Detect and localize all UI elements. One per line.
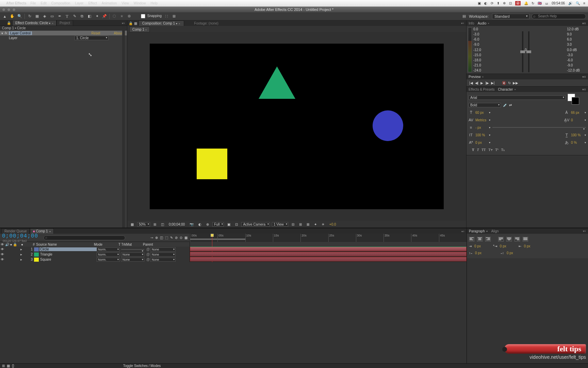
smallcaps-button[interactable]: Tᴛ <box>488 148 492 152</box>
label-color-swatch[interactable] <box>34 252 39 257</box>
panel-lock-icon[interactable]: 🔒 <box>129 21 133 25</box>
prev-frame-icon[interactable]: ◀| <box>475 81 479 85</box>
menu-help[interactable]: Help <box>150 1 158 5</box>
viewer-icon[interactable]: ✦ <box>313 223 318 226</box>
tracking-value[interactable]: 0 <box>571 118 583 122</box>
panel-menu-icon[interactable]: ▾≡ <box>461 22 464 25</box>
font-style-dropdown[interactable]: Bold <box>469 103 501 107</box>
composition-viewer[interactable] <box>131 34 463 219</box>
panel-menu-icon[interactable]: ▾≡ <box>122 22 125 25</box>
indent-left-value[interactable]: 0 px <box>474 244 481 248</box>
menubar-extra-icon[interactable]: ⊡ <box>509 1 512 5</box>
timeline-icon[interactable]: ⊸ <box>150 236 153 240</box>
menubar-extra-icon[interactable]: ✲ <box>503 1 506 5</box>
viewer-icon[interactable]: ◐ <box>197 223 203 226</box>
parent-dropdown[interactable]: None <box>150 258 176 262</box>
visibility-icon[interactable]: 👁 <box>0 252 5 256</box>
snapping-toggle[interactable]: Snapping <box>141 14 162 18</box>
space-before-value[interactable]: 0 px <box>475 251 481 255</box>
font-size-value[interactable]: 60 px <box>475 111 487 114</box>
allcaps-button[interactable]: TT <box>481 148 486 152</box>
panel-menu-icon[interactable]: ▾≡ <box>582 21 586 25</box>
subscript-button[interactable]: T₁ <box>501 148 505 152</box>
layer-bar[interactable] <box>190 257 467 261</box>
menu-composition[interactable]: Composition <box>51 1 70 5</box>
pen-tool-icon[interactable]: ✒ <box>57 14 62 19</box>
align-right-button[interactable] <box>485 237 491 242</box>
spotlight-icon[interactable]: 🔍 <box>576 1 580 5</box>
menu-edit[interactable]: Edit <box>41 1 47 5</box>
time-ruler[interactable]: :00s05s10s15s20s25s30s35s40s45s50s <box>190 234 467 242</box>
roto-tool-icon[interactable]: ✦ <box>94 14 100 19</box>
layer-bar[interactable] <box>190 247 467 251</box>
track-matte-dropdown[interactable] <box>121 249 144 250</box>
pan-behind-tool-icon[interactable]: ◈ <box>42 14 47 19</box>
parent-dropdown[interactable]: None <box>150 247 176 251</box>
exposure-value[interactable]: +0.0 <box>328 223 338 226</box>
align-center-button[interactable] <box>477 237 483 242</box>
zoom-dropdown[interactable]: 50% <box>137 222 150 227</box>
effect-controls-tab[interactable]: Effect Controls: Circle ▾× <box>12 20 56 26</box>
hand-tool-icon[interactable]: ✋ <box>10 14 15 19</box>
preview-tab[interactable]: Preview <box>469 75 481 79</box>
menubar-extra-icon[interactable]: ◐ <box>484 1 487 5</box>
layer-row[interactable]: 👁▸1CircleNorm.@None <box>0 247 190 252</box>
panel-lock-icon[interactable]: 🔒 <box>7 21 11 25</box>
space-after-value[interactable]: 0 px <box>507 251 513 255</box>
indent-right-value[interactable]: 0 px <box>524 244 530 248</box>
project-tab[interactable]: Project <box>56 20 73 26</box>
viewer-icon[interactable]: ⊞ <box>298 223 303 226</box>
stroke-option-dropdown[interactable] <box>492 127 586 128</box>
timeline-icon[interactable]: ✎ <box>170 236 173 240</box>
indent-first-value[interactable]: 0 px <box>500 244 506 248</box>
timecode-display[interactable]: 0;00;04;00 <box>167 223 186 226</box>
timeline-icon[interactable]: ⬚ <box>165 236 168 240</box>
traffic-lights[interactable] <box>2 8 16 11</box>
layer-control-dropdown[interactable]: 1. Circle <box>75 36 109 40</box>
vscale-value[interactable]: 100 % <box>475 133 487 137</box>
menubar-extra-icon[interactable]: ⬆ <box>497 1 500 5</box>
align-left-button[interactable] <box>469 237 474 242</box>
panel-menu-icon[interactable]: ▾≡ <box>582 75 586 79</box>
zoom-tool-icon[interactable]: 🔍 <box>17 14 22 19</box>
timeline-search-input[interactable] <box>44 235 125 240</box>
blend-mode-dropdown[interactable]: Norm. <box>97 252 120 257</box>
volume-icon[interactable]: 🔊 <box>568 1 572 5</box>
superscript-button[interactable]: T¹ <box>495 148 499 152</box>
audio-level-slider[interactable] <box>522 31 523 72</box>
menu-view[interactable]: View <box>121 1 129 5</box>
snapping-option-icon[interactable]: ⸬ <box>164 14 169 19</box>
label-color-swatch[interactable] <box>34 258 39 262</box>
type-tool-icon[interactable]: T <box>64 14 70 19</box>
layer-bar[interactable] <box>190 252 467 256</box>
label-color-swatch[interactable] <box>34 247 39 251</box>
effect-heading-row[interactable]: ▾ fx Layer Control Reset About... <box>0 31 127 35</box>
faux-italic-button[interactable]: T <box>477 148 479 152</box>
views-dropdown[interactable]: 1 View <box>272 222 288 227</box>
timeline-icon[interactable]: ⊙ <box>180 236 182 240</box>
search-help-input[interactable]: Search Help <box>532 14 586 19</box>
composition-canvas[interactable] <box>150 44 444 209</box>
parent-dropdown[interactable]: None <box>150 252 176 257</box>
timeline-icon[interactable]: ▦ <box>184 236 187 240</box>
loop-icon[interactable]: ↻ <box>508 81 511 85</box>
current-time-display[interactable]: 0;00;04;00 <box>2 233 38 239</box>
circle-shape[interactable] <box>373 110 403 141</box>
last-frame-icon[interactable]: ▶| <box>491 81 495 85</box>
panel-menu-icon[interactable]: ▾≡ <box>583 230 586 233</box>
menubar-extra-icon[interactable]: 🔔 <box>524 1 528 5</box>
parent-pickwhip-icon[interactable]: @ <box>146 247 150 251</box>
menubar-flag-icon[interactable]: 🇬🇧 <box>538 1 542 5</box>
audio-tab[interactable]: Audio <box>478 21 487 25</box>
justify-all-button[interactable] <box>523 237 528 242</box>
brush-tool-icon[interactable]: ✎ <box>72 14 77 19</box>
twirl-icon[interactable]: ▸ <box>20 258 24 261</box>
comp-mini-icon[interactable]: ▦ <box>134 21 137 25</box>
twirl-icon[interactable]: ▾ <box>1 31 5 35</box>
faux-bold-button[interactable]: T <box>472 148 474 152</box>
exposure-icon[interactable]: ☀ <box>320 223 326 226</box>
tool-option-icon[interactable]: ⬡ <box>112 14 117 19</box>
menubar-extra-icon[interactable]: ↻ <box>532 1 534 5</box>
tool-option-icon[interactable]: ★ <box>119 14 125 19</box>
parent-pickwhip-icon[interactable]: @ <box>146 258 150 261</box>
